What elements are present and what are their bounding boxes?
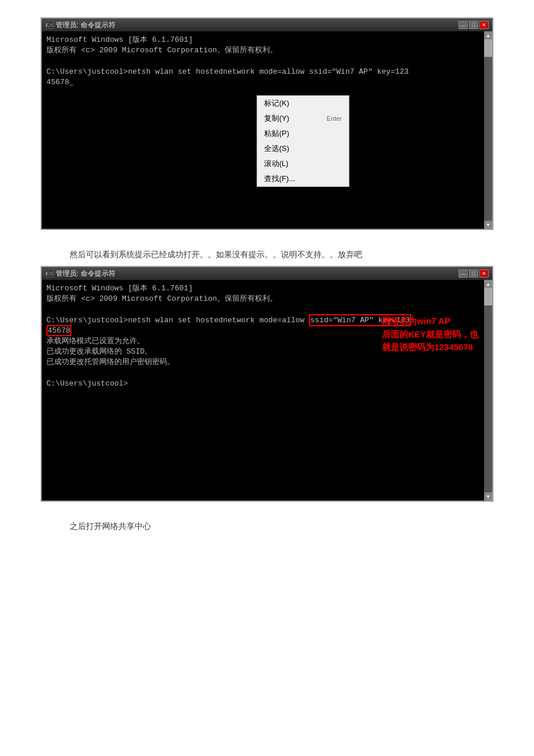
cmd-line-1-3 <box>46 56 482 66</box>
context-menu-label-scroll: 滚动(L) <box>264 159 288 169</box>
cmd-line-1-5: 45678_ <box>46 77 482 88</box>
context-menu-item-selectall[interactable]: 全选(S) <box>257 141 349 156</box>
annotation-block: 网络名为win7 AP 后面的KEY就是密码，也 就是说密码为12345678 <box>382 315 478 354</box>
context-menu-label-selectall: 全选(S) <box>264 143 289 154</box>
cmd-line-1-1: Microsoft Windows [版本 6.1.7601] <box>46 35 482 45</box>
titlebar-2: C:\ 管理员: 命令提示符 — □ ✕ <box>42 267 492 280</box>
close-button-1[interactable]: ✕ <box>479 21 489 29</box>
scrollbar-track-1 <box>484 39 492 221</box>
annotation-line-1: 网络名为win7 AP <box>382 315 478 328</box>
annotation-line-3: 就是说密码为12345678 <box>382 341 478 354</box>
between-text: 然后可以看到系统提示已经成功打开。。如果没有提示。。说明不支持。。放弃吧 <box>70 250 511 260</box>
cmd-line-1-2: 版权所有 <c> 2009 Microsoft Corporation。保留所有… <box>46 45 482 56</box>
scrollbar-down-1[interactable]: ▼ <box>484 221 492 229</box>
scrollbar-up-2[interactable]: ▲ <box>484 280 492 288</box>
scrollbar-thumb-2[interactable] <box>484 288 492 305</box>
titlebar-buttons-2: — □ ✕ <box>459 269 489 278</box>
highlight-key: 45678 <box>46 325 71 336</box>
cmd-line-2-8: 已成功更改托管网络的用户密钥密码。 <box>46 357 482 368</box>
minimize-button-2[interactable]: — <box>459 269 468 278</box>
cmd-line-1-4: C:\Users\justcool>netsh wlan set hostedn… <box>46 67 482 77</box>
context-menu-item-copy[interactable]: 复制(Y) Enter <box>257 111 349 126</box>
context-menu-label-find: 查找(F)... <box>264 174 295 184</box>
minimize-button-1[interactable]: — <box>459 21 468 29</box>
scrollbar-down-2[interactable]: ▼ <box>484 492 492 501</box>
scrollbar-track-2 <box>484 288 492 492</box>
annotation-line-2: 后面的KEY就是密码，也 <box>382 328 478 341</box>
scrollbar-up-1[interactable]: ▲ <box>484 31 492 39</box>
cmd-body-1: Microsoft Windows [版本 6.1.7601] 版权所有 <c>… <box>42 31 492 229</box>
cmd-window-2: C:\ 管理员: 命令提示符 — □ ✕ Microsoft Windows [… <box>41 266 493 502</box>
cmd-window-1: C:\ 管理员: 命令提示符 — □ ✕ Microsoft Windows [… <box>41 17 493 230</box>
window2-title: 管理员: 命令提示符 <box>56 269 116 279</box>
maximize-button-1[interactable]: □ <box>469 21 478 29</box>
cmd-icon-2: C:\ <box>45 269 53 278</box>
context-menu-label-copy: 复制(Y) <box>264 113 289 124</box>
context-menu-item-mark[interactable]: 标记(K) <box>257 96 349 111</box>
titlebar-buttons-1: — □ ✕ <box>459 21 489 29</box>
titlebar-left-2: C:\ 管理员: 命令提示符 <box>45 269 116 279</box>
context-menu-item-scroll[interactable]: 滚动(L) <box>257 156 349 171</box>
context-menu-shortcut-copy: Enter <box>327 115 342 122</box>
titlebar-left-1: C:\ 管理员: 命令提示符 <box>45 20 116 30</box>
cmd-icon-1: C:\ <box>45 21 53 29</box>
cmd-body-2: Microsoft Windows [版本 6.1.7601] 版权所有 <c>… <box>42 280 492 501</box>
context-menu-item-paste[interactable]: 粘贴(P) <box>257 126 349 141</box>
context-menu-1[interactable]: 标记(K) 复制(Y) Enter 粘贴(P) 全选(S) 滚动(L) <box>257 95 349 187</box>
cmd-line-2-3 <box>46 304 482 315</box>
maximize-button-2[interactable]: □ <box>469 269 478 278</box>
bottom-text: 之后打开网络共享中心 <box>70 521 511 532</box>
cmd-line-2-2: 版权所有 <c> 2009 Microsoft Corporation。保留所有… <box>46 294 482 304</box>
cmd-line-2-10: C:\Users\justcool> <box>46 379 482 389</box>
scrollbar-thumb-1[interactable] <box>484 39 492 57</box>
context-menu-label-mark: 标记(K) <box>264 98 289 109</box>
scrollbar-2[interactable]: ▲ ▼ <box>484 280 492 501</box>
window1-title: 管理员: 命令提示符 <box>56 20 116 30</box>
context-menu-item-find[interactable]: 查找(F)... <box>257 171 349 186</box>
cmd-line-2-9 <box>46 368 482 379</box>
scrollbar-1[interactable]: ▲ ▼ <box>484 31 492 229</box>
close-button-2[interactable]: ✕ <box>479 269 489 278</box>
cmd-line-2-1: Microsoft Windows [版本 6.1.7601] <box>46 283 482 294</box>
context-menu-label-paste: 粘贴(P) <box>264 128 289 139</box>
titlebar-1: C:\ 管理员: 命令提示符 — □ ✕ <box>42 19 492 31</box>
